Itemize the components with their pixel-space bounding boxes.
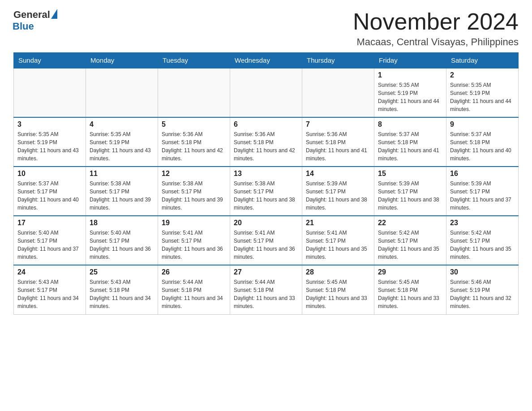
logo-blue-text: Blue bbox=[13, 21, 34, 32]
day-info: Sunrise: 5:36 AMSunset: 5:18 PMDaylight:… bbox=[306, 130, 370, 163]
calendar-table: Sunday Monday Tuesday Wednesday Thursday… bbox=[13, 52, 519, 315]
calendar-week-2: 3Sunrise: 5:35 AMSunset: 5:19 PMDaylight… bbox=[14, 117, 519, 167]
table-row: 22Sunrise: 5:42 AMSunset: 5:17 PMDayligh… bbox=[374, 216, 446, 265]
day-number: 5 bbox=[162, 120, 226, 128]
day-info: Sunrise: 5:39 AMSunset: 5:17 PMDaylight:… bbox=[306, 180, 370, 212]
day-info: Sunrise: 5:46 AMSunset: 5:19 PMDaylight:… bbox=[450, 278, 515, 310]
day-info: Sunrise: 5:36 AMSunset: 5:18 PMDaylight:… bbox=[234, 130, 298, 163]
table-row: 3Sunrise: 5:35 AMSunset: 5:19 PMDaylight… bbox=[14, 117, 86, 167]
day-number: 7 bbox=[306, 120, 370, 128]
table-row: 28Sunrise: 5:45 AMSunset: 5:18 PMDayligh… bbox=[302, 265, 374, 314]
day-number: 9 bbox=[450, 120, 515, 128]
day-number: 3 bbox=[17, 120, 82, 128]
day-info: Sunrise: 5:45 AMSunset: 5:18 PMDaylight:… bbox=[306, 278, 370, 310]
day-info: Sunrise: 5:35 AMSunset: 5:19 PMDaylight:… bbox=[17, 130, 82, 163]
table-row: 12Sunrise: 5:38 AMSunset: 5:17 PMDayligh… bbox=[158, 167, 230, 216]
table-row: 30Sunrise: 5:46 AMSunset: 5:19 PMDayligh… bbox=[446, 265, 519, 314]
month-title: November 2024 bbox=[353, 9, 519, 34]
day-number: 29 bbox=[378, 268, 442, 276]
day-number: 30 bbox=[450, 268, 515, 276]
table-row: 9Sunrise: 5:37 AMSunset: 5:18 PMDaylight… bbox=[446, 117, 519, 167]
day-info: Sunrise: 5:44 AMSunset: 5:18 PMDaylight:… bbox=[234, 278, 298, 310]
table-row: 7Sunrise: 5:36 AMSunset: 5:18 PMDaylight… bbox=[302, 117, 374, 167]
day-number: 16 bbox=[450, 170, 515, 178]
logo-triangle-icon bbox=[51, 9, 57, 19]
page-header: General Blue November 2024 Macaas, Centr… bbox=[13, 9, 519, 48]
day-number: 2 bbox=[450, 71, 515, 79]
day-info: Sunrise: 5:41 AMSunset: 5:17 PMDaylight:… bbox=[162, 229, 226, 261]
table-row: 20Sunrise: 5:41 AMSunset: 5:17 PMDayligh… bbox=[230, 216, 302, 265]
day-info: Sunrise: 5:42 AMSunset: 5:17 PMDaylight:… bbox=[450, 229, 515, 261]
table-row bbox=[158, 68, 230, 117]
calendar-week-1: 1Sunrise: 5:35 AMSunset: 5:19 PMDaylight… bbox=[14, 68, 519, 117]
table-row: 16Sunrise: 5:39 AMSunset: 5:17 PMDayligh… bbox=[446, 167, 519, 216]
day-number: 12 bbox=[162, 170, 226, 178]
day-info: Sunrise: 5:36 AMSunset: 5:18 PMDaylight:… bbox=[162, 130, 226, 163]
day-info: Sunrise: 5:43 AMSunset: 5:18 PMDaylight:… bbox=[90, 278, 154, 310]
title-area: November 2024 Macaas, Central Visayas, P… bbox=[353, 9, 519, 48]
day-info: Sunrise: 5:41 AMSunset: 5:17 PMDaylight:… bbox=[306, 229, 370, 261]
table-row: 1Sunrise: 5:35 AMSunset: 5:19 PMDaylight… bbox=[374, 68, 446, 117]
col-thursday: Thursday bbox=[302, 53, 374, 68]
table-row bbox=[86, 68, 158, 117]
day-number: 6 bbox=[234, 120, 298, 128]
day-number: 22 bbox=[378, 219, 442, 227]
table-row: 25Sunrise: 5:43 AMSunset: 5:18 PMDayligh… bbox=[86, 265, 158, 314]
location-subtitle: Macaas, Central Visayas, Philippines bbox=[353, 36, 519, 48]
day-number: 1 bbox=[378, 71, 442, 79]
day-info: Sunrise: 5:37 AMSunset: 5:18 PMDaylight:… bbox=[378, 130, 442, 163]
day-info: Sunrise: 5:38 AMSunset: 5:17 PMDaylight:… bbox=[234, 180, 298, 212]
col-sunday: Sunday bbox=[14, 53, 86, 68]
day-info: Sunrise: 5:38 AMSunset: 5:17 PMDaylight:… bbox=[90, 180, 154, 212]
day-info: Sunrise: 5:40 AMSunset: 5:17 PMDaylight:… bbox=[90, 229, 154, 261]
table-row: 23Sunrise: 5:42 AMSunset: 5:17 PMDayligh… bbox=[446, 216, 519, 265]
table-row bbox=[14, 68, 86, 117]
day-info: Sunrise: 5:44 AMSunset: 5:18 PMDaylight:… bbox=[162, 278, 226, 310]
day-info: Sunrise: 5:37 AMSunset: 5:18 PMDaylight:… bbox=[450, 130, 515, 163]
day-info: Sunrise: 5:43 AMSunset: 5:17 PMDaylight:… bbox=[17, 278, 82, 310]
day-number: 25 bbox=[90, 268, 154, 276]
table-row: 11Sunrise: 5:38 AMSunset: 5:17 PMDayligh… bbox=[86, 167, 158, 216]
table-row: 5Sunrise: 5:36 AMSunset: 5:18 PMDaylight… bbox=[158, 117, 230, 167]
table-row: 26Sunrise: 5:44 AMSunset: 5:18 PMDayligh… bbox=[158, 265, 230, 314]
calendar-week-3: 10Sunrise: 5:37 AMSunset: 5:17 PMDayligh… bbox=[14, 167, 519, 216]
col-monday: Monday bbox=[86, 53, 158, 68]
day-number: 18 bbox=[90, 219, 154, 227]
col-friday: Friday bbox=[374, 53, 446, 68]
table-row: 19Sunrise: 5:41 AMSunset: 5:17 PMDayligh… bbox=[158, 216, 230, 265]
day-number: 20 bbox=[234, 219, 298, 227]
day-number: 14 bbox=[306, 170, 370, 178]
day-info: Sunrise: 5:37 AMSunset: 5:17 PMDaylight:… bbox=[17, 180, 82, 212]
table-row: 15Sunrise: 5:39 AMSunset: 5:17 PMDayligh… bbox=[374, 167, 446, 216]
table-row: 27Sunrise: 5:44 AMSunset: 5:18 PMDayligh… bbox=[230, 265, 302, 314]
day-info: Sunrise: 5:41 AMSunset: 5:17 PMDaylight:… bbox=[234, 229, 298, 261]
calendar-week-5: 24Sunrise: 5:43 AMSunset: 5:17 PMDayligh… bbox=[14, 265, 519, 314]
day-number: 21 bbox=[306, 219, 370, 227]
day-info: Sunrise: 5:39 AMSunset: 5:17 PMDaylight:… bbox=[450, 180, 515, 212]
table-row: 2Sunrise: 5:35 AMSunset: 5:19 PMDaylight… bbox=[446, 68, 519, 117]
table-row bbox=[230, 68, 302, 117]
table-row: 29Sunrise: 5:45 AMSunset: 5:18 PMDayligh… bbox=[374, 265, 446, 314]
day-number: 4 bbox=[90, 120, 154, 128]
table-row: 6Sunrise: 5:36 AMSunset: 5:18 PMDaylight… bbox=[230, 117, 302, 167]
table-row bbox=[302, 68, 374, 117]
day-number: 13 bbox=[234, 170, 298, 178]
day-number: 15 bbox=[378, 170, 442, 178]
table-row: 21Sunrise: 5:41 AMSunset: 5:17 PMDayligh… bbox=[302, 216, 374, 265]
day-number: 28 bbox=[306, 268, 370, 276]
day-number: 27 bbox=[234, 268, 298, 276]
day-info: Sunrise: 5:42 AMSunset: 5:17 PMDaylight:… bbox=[378, 229, 442, 261]
calendar-header-row: Sunday Monday Tuesday Wednesday Thursday… bbox=[14, 53, 519, 68]
day-info: Sunrise: 5:40 AMSunset: 5:17 PMDaylight:… bbox=[17, 229, 82, 261]
col-wednesday: Wednesday bbox=[230, 53, 302, 68]
table-row: 14Sunrise: 5:39 AMSunset: 5:17 PMDayligh… bbox=[302, 167, 374, 216]
day-info: Sunrise: 5:35 AMSunset: 5:19 PMDaylight:… bbox=[90, 130, 154, 163]
day-number: 11 bbox=[90, 170, 154, 178]
day-number: 10 bbox=[17, 170, 82, 178]
day-number: 17 bbox=[17, 219, 82, 227]
day-number: 19 bbox=[162, 219, 226, 227]
logo-general-text: General bbox=[13, 9, 50, 21]
day-info: Sunrise: 5:45 AMSunset: 5:18 PMDaylight:… bbox=[378, 278, 442, 310]
day-number: 24 bbox=[17, 268, 82, 276]
day-info: Sunrise: 5:35 AMSunset: 5:19 PMDaylight:… bbox=[450, 81, 515, 113]
